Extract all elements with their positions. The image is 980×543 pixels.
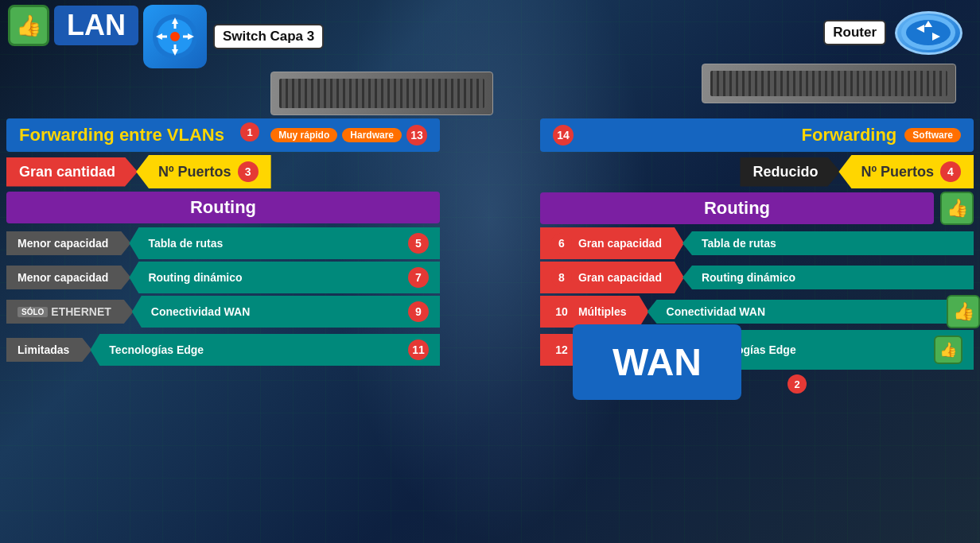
router-label: Router: [823, 20, 886, 45]
row2-left-cell: Menor capacidad: [6, 266, 130, 289]
ports-left-label: Nº Puertos 3: [136, 155, 271, 188]
routing-right-label: Routing: [540, 192, 934, 224]
badge-13: 13: [406, 125, 427, 145]
tag-software: Software: [904, 128, 961, 142]
thumbs-up-left: 👍: [8, 5, 49, 46]
svg-point-10: [170, 32, 180, 41]
row1-left-cell: Menor capacidad: [6, 231, 130, 255]
switch-capa3-label: Switch Capa 3: [213, 24, 324, 49]
ports-right-label: Nº Puertos 4: [838, 155, 974, 188]
routing-left-label: Routing: [6, 192, 440, 223]
lan-label: LAN: [54, 6, 138, 45]
tag-hardware: Hardware: [342, 128, 402, 142]
row3-mid-cell: 10 Múltiples: [540, 296, 649, 328]
badge-14: 14: [553, 125, 574, 145]
gran-cantidad-label: Gran cantidad: [6, 157, 138, 187]
badge-4: 4: [940, 161, 961, 182]
router-icon: [892, 5, 964, 60]
row1-right2-cell: Tabla de rutas: [682, 231, 974, 255]
badge-5: 5: [408, 233, 429, 254]
router-hardware-image: [702, 64, 956, 103]
forwarding-left-label: Forwarding entre VLANs: [19, 125, 224, 145]
forwarding-right-label: Forwarding: [802, 125, 897, 145]
row3-right-cell: Conectividad WAN 9: [132, 296, 440, 328]
badge-9: 9: [408, 301, 429, 322]
tag-muy-rapido: Muy rápido: [270, 128, 337, 142]
row2-right-cell: Routing dinámico 7: [129, 262, 440, 293]
row4-left-cell: Limitadas: [6, 338, 91, 362]
thumbs-up-row4: 👍: [934, 335, 962, 364]
badge-11: 11: [408, 339, 429, 360]
row4-right-cell: Tecnologías Edge 11: [90, 334, 440, 366]
badge-12: 12: [551, 339, 572, 360]
solo-label: SÓLO: [18, 307, 48, 317]
badge-3: 3: [238, 161, 259, 182]
reducido-label: Reducido: [740, 157, 840, 187]
row2-mid-cell: 8 Gran capacidad: [540, 262, 684, 293]
badge-1: 1: [240, 122, 259, 142]
badge-7: 7: [408, 267, 429, 288]
badge-6: 6: [551, 233, 572, 254]
switch-hardware-image: [270, 72, 493, 115]
row3-right2-cell: Conectividad WAN: [648, 300, 974, 324]
badge-10: 10: [551, 301, 572, 322]
switch-capa3-icon: [143, 5, 207, 68]
badge-2-overlay: 2: [788, 374, 807, 394]
wan-overlay: WAN: [573, 324, 741, 400]
ethernet-label: ETHERNET: [51, 305, 111, 318]
row1-right-cell: Tabla de rutas 5: [129, 227, 440, 259]
thumbs-up-routing-right: 👍: [940, 192, 974, 225]
row3-left-cell: SÓLO ETHERNET: [6, 300, 134, 324]
row1-mid-cell: 6 Gran capacidad: [540, 227, 684, 259]
thumbs-up-row3: 👍: [947, 295, 980, 328]
badge-8: 8: [551, 267, 572, 288]
row2-right2-cell: Routing dinámico: [682, 266, 974, 289]
